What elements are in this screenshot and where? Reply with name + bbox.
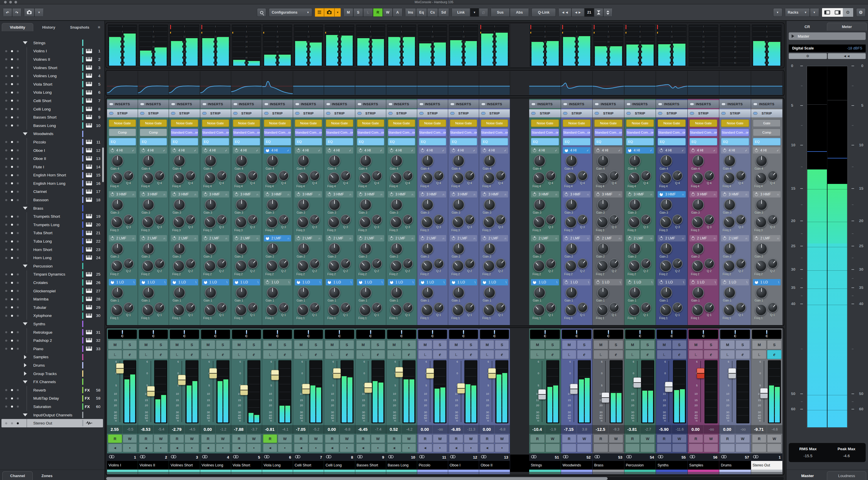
eq-band-4-header[interactable]: 4 HI✓ [450,147,477,154]
gain-knob[interactable] [692,199,704,211]
visibility-dot[interactable] [17,150,19,152]
eq-band-1-header[interactable]: 1 LO\ [531,279,559,285]
gain-knob[interactable] [329,155,340,166]
freq-knob[interactable] [660,304,672,316]
q-knob[interactable] [496,302,506,313]
eq-slot[interactable]: EQ [202,138,229,146]
visibility-dot[interactable] [11,75,13,77]
monitor-button[interactable]: ◀ [201,444,215,452]
listen-button[interactable]: L [657,350,671,359]
inserts-header[interactable]: INSERTS [593,100,624,108]
toolbar-rack-toggle-cs[interactable]: Cs [427,8,438,17]
visibility-dot[interactable] [17,273,19,275]
inserts-header[interactable]: INSERTS [688,100,719,108]
eq-slot[interactable]: EQ [295,138,322,146]
record-enable-button[interactable]: ● [278,444,292,452]
q-knob[interactable] [641,302,651,313]
sidebar-scrollbar[interactable] [102,148,104,182]
record-enable-button[interactable] [672,444,687,452]
visibility-dots[interactable] [5,116,19,118]
q-knob[interactable] [310,302,320,313]
band-power-icon[interactable] [723,281,726,284]
mute-button[interactable]: M [418,340,432,349]
band-power-icon[interactable] [235,149,238,152]
freq-knob[interactable] [755,172,767,184]
fader-value[interactable]: 0.52 [386,425,402,434]
gate-slot[interactable]: Noise Gate [388,120,415,127]
compressor-slot[interactable]: Standard Com...or [388,129,415,136]
fader-value[interactable]: -5.90 [656,425,672,434]
gain-knob[interactable] [143,199,154,211]
clip-indicator[interactable] [594,25,595,29]
band-power-icon[interactable] [483,193,486,196]
gain-knob[interactable] [629,199,641,211]
gate-slot[interactable]: Noise Gate [357,120,384,127]
band-power-icon[interactable] [691,193,695,196]
write-automation-button[interactable]: W [123,434,137,443]
fader-handle[interactable] [240,385,248,395]
visibility-dot[interactable] [11,199,13,201]
strip-header[interactable]: STRIP [417,109,448,118]
fader-handle[interactable] [538,389,546,399]
visibility-dot[interactable] [17,315,19,317]
q-knob[interactable] [248,302,258,313]
snapshot-options-button[interactable]: ▼ [335,8,341,17]
visibility-dot[interactable] [5,50,7,52]
record-enable-button[interactable]: ● [309,444,323,452]
sidebar-item-violines-ii[interactable]: Violines II2 [1,55,103,64]
q-knob[interactable] [248,170,258,181]
write-automation-button[interactable]: W [402,434,416,443]
sidebar-item-timpani-dynamics[interactable]: Timpani Dynamics25 [1,270,103,279]
band-power-icon[interactable] [452,281,455,284]
visibility-dot[interactable] [11,158,13,160]
visibility-dot[interactable] [11,290,13,292]
channel-name[interactable]: Violins I [107,461,138,470]
gate-slot[interactable]: Noise Gate [140,120,167,127]
meter-reset-button[interactable]: ◄◄ [828,53,866,59]
eq-band-2-header[interactable]: 2 LMF∩ [753,235,781,242]
fader-handle[interactable] [488,368,496,379]
compressor-slot[interactable]: Standard Com...or [481,129,508,136]
visibility-dot[interactable] [17,257,19,259]
fader-value[interactable]: -9.71 [751,425,767,434]
visibility-dot[interactable] [5,273,7,275]
eq-band-2-header[interactable]: 2 LMF∩ [721,235,749,242]
compressor-slot[interactable]: Standard Com...or [264,129,291,136]
sidebar-item-padshop-2[interactable]: Padshop 232 [1,336,103,345]
visibility-dot[interactable] [5,331,7,333]
pan-control[interactable]: C [625,330,655,339]
monitor-button[interactable] [593,444,608,452]
read-automation-button[interactable]: R [263,434,277,443]
eq-band-1-header[interactable]: 1 LO\ [295,279,322,285]
gain-knob[interactable] [329,243,340,254]
band-power-icon[interactable] [390,193,393,196]
peak-value[interactable]: -11.6 [672,425,687,434]
band-power-icon[interactable] [533,193,536,196]
band-power-icon[interactable] [421,281,424,284]
gain-knob[interactable] [298,243,309,254]
snapshot-camera-button[interactable] [24,8,34,17]
eq-band-4-header[interactable]: 4 HI✓ [594,147,622,154]
pan-control[interactable]: C [263,330,292,339]
gain-knob[interactable] [298,155,309,166]
visibility-dot[interactable] [17,348,19,350]
band-power-icon[interactable] [359,193,362,196]
freq-knob[interactable] [483,216,495,228]
tab-channel[interactable]: Channel [2,471,33,480]
eq-band-2-header[interactable]: 2 LMF∩ [689,235,717,242]
visibility-dots[interactable] [5,348,19,350]
write-automation-button[interactable]: W [609,434,623,443]
gain-knob[interactable] [422,155,433,166]
strip-header[interactable]: STRIP [231,109,262,118]
q-knob[interactable] [673,302,683,313]
gain-knob[interactable] [566,243,577,254]
eq-band-3-header[interactable]: 3 HMF∩ [326,191,353,197]
inserts-header[interactable]: INSERTS [231,100,262,108]
inserts-header[interactable]: INSERTS [479,100,510,108]
zoom-palette-button[interactable] [594,8,603,17]
listen-button[interactable]: L [325,350,339,359]
sidebar-item-piccolo[interactable]: Piccolo11 [1,138,103,146]
channel-name[interactable]: Samples [688,461,719,470]
expand-arrow-icon[interactable] [24,355,27,359]
listen-button[interactable]: L [593,350,608,359]
